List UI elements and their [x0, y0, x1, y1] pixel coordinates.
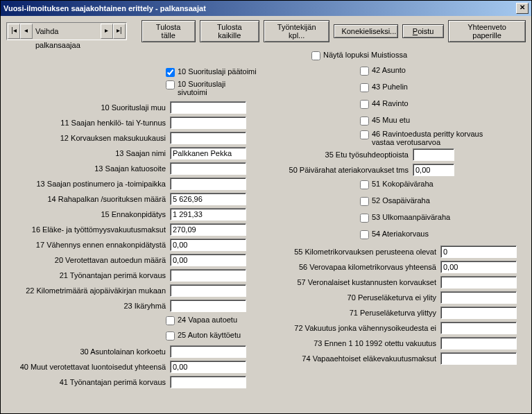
print-this-button[interactable]: Tulosta tälle	[141, 20, 196, 42]
cb-suorituslaji-paatoimi-input[interactable]	[166, 68, 175, 77]
lbl-55: 55 Kilometrikorvauksen perusteena olevat	[270, 248, 440, 256]
input-72[interactable]	[440, 322, 517, 334]
close-button[interactable]: ✕	[516, 3, 529, 14]
lbl-35: 35 Etu työsuhdeoptioista	[270, 150, 413, 159]
lbl-71: 71 Peruseläketurva ylittyy	[270, 309, 440, 317]
lbl-20: 20 Verotettavan autoedun määrä	[6, 256, 170, 264]
input-13-name[interactable]	[170, 147, 246, 159]
input-74[interactable]	[440, 352, 517, 365]
cb-ateriakorvaus[interactable]: 54 Ateriakorvaus	[360, 230, 526, 239]
input-35[interactable]	[413, 148, 454, 161]
lbl-21: 21 Työnantajan perimä korvaus	[6, 271, 170, 279]
lbl-73: 73 Ennen 1 10 1992 otettu vakuutus	[270, 339, 440, 347]
input-14[interactable]	[170, 193, 246, 205]
input-10[interactable]	[170, 101, 246, 114]
input-57[interactable]	[440, 276, 517, 288]
cb-nayta-lopuksi-input[interactable]	[311, 51, 320, 60]
cb-ravintoedusta[interactable]: 46 Ravintoedusta peritty korvaus vastaa …	[360, 130, 526, 146]
lbl-50: 50 Päivärahat ateriakorvaukset tms	[270, 166, 413, 174]
lbl-22: 22 Kilometrimäärä ajopäiväkirjan mukaan	[6, 286, 170, 295]
exit-button[interactable]: Poistu	[402, 24, 444, 38]
input-20[interactable]	[170, 254, 246, 266]
cb-muuetu[interactable]: 45 Muu etu	[360, 116, 526, 126]
cb-ravinto[interactable]: 44 Ravinto	[360, 99, 526, 109]
nav-first-button[interactable]: |◂	[8, 24, 20, 39]
lbl-16: 16 Eläke- ja työttömyysvakuutusmaksut	[6, 225, 170, 234]
input-13-street[interactable]	[170, 162, 246, 175]
input-50[interactable]	[413, 164, 454, 176]
cb-vapaa-autoetu[interactable]: 24 Vapaa autoetu	[166, 316, 263, 325]
lbl-70: 70 Peruseläketurva ei ylity	[270, 293, 440, 302]
cb-vapaa-autoetu-input[interactable]	[166, 316, 175, 325]
lbl-74: 74 Vapaaehtoiset eläkevakuutusmaksut	[270, 354, 440, 363]
nav-next-button[interactable]: ▸	[101, 24, 113, 39]
lbl-56: 56 Verovapaa kilometrikorvaus yhteensä	[270, 263, 440, 271]
print-all-button[interactable]: Tulosta kaikille	[200, 20, 259, 42]
cb-suorituslaji-sivutoimi-input[interactable]	[166, 80, 175, 89]
cb-auton-kayttoetu-input[interactable]	[166, 331, 175, 340]
lbl-72: 72 Vakuutus jonka vähennysoikeudesta ei	[270, 324, 440, 332]
machine-readable-button[interactable]: Konekieliseksi...	[334, 24, 398, 38]
input-40[interactable]	[170, 361, 246, 373]
lbl-17: 17 Vähennys ennen ennakonpidätystä	[6, 241, 170, 249]
lbl-10: 10 Suorituslaji muu	[6, 103, 170, 112]
cb-osapaivaraha[interactable]: 52 Osapäiväraha	[360, 196, 526, 206]
lbl-13p: 13 Saajan postinumero ja -toimipaikka	[6, 180, 170, 188]
lbl-12: 12 Korvauksen maksukuukausi	[6, 134, 170, 142]
lbl-41: 41 Työnantajan perimä korvaus	[6, 378, 170, 386]
cb-auton-kayttoetu[interactable]: 25 Auton käyttöetu	[166, 331, 263, 340]
input-15[interactable]	[170, 208, 246, 221]
input-17[interactable]	[170, 239, 246, 251]
input-30[interactable]	[170, 345, 246, 358]
cb-suorituslaji-sivutoimi[interactable]: 10 Suorituslaji sivutoimi	[166, 80, 263, 96]
cb-ulkomaanpaivaraha[interactable]: 53 Ulkomaanpäiväraha	[360, 213, 526, 223]
lbl-15: 15 Ennakonpidätys	[6, 210, 170, 218]
lbl-40: 40 Muut verotettavat luontoisedut yhteen…	[6, 363, 170, 371]
cb-asunto[interactable]: 42 Asunto	[360, 66, 526, 76]
input-71[interactable]	[440, 307, 517, 319]
nav-prev-button[interactable]: ◂	[20, 24, 33, 39]
input-73[interactable]	[440, 337, 517, 350]
input-12[interactable]	[170, 132, 246, 144]
cb-puhelin[interactable]: 43 Puhelin	[360, 83, 526, 92]
input-21[interactable]	[170, 269, 246, 282]
lbl-14: 14 Rahapalkan /suorituksen määrä	[6, 195, 170, 203]
record-navigator: |◂ ◂ Vaihda palkansaajaa ▸ ▸|	[6, 22, 127, 40]
worker-count-button[interactable]: Työntekijän kpl...	[264, 20, 329, 42]
input-16[interactable]	[170, 223, 246, 236]
input-56[interactable]	[440, 261, 517, 273]
cb-kokopaivaraha[interactable]: 51 Kokopäiväraha	[360, 180, 526, 189]
cb-nayta-lopuksi[interactable]: Näytä lopuksi Muistiossa	[311, 51, 526, 60]
input-23[interactable]	[170, 300, 246, 312]
lbl-13: 13 Saajan nimi	[6, 149, 170, 157]
summary-paper-button[interactable]: Yhteenveto paperille	[448, 20, 526, 42]
nav-label: Vaihda palkansaajaa	[33, 24, 101, 38]
input-22[interactable]	[170, 284, 246, 297]
input-11[interactable]	[170, 117, 246, 129]
lbl-11: 11 Saajan henkilö- tai Y-tunnus	[6, 119, 170, 127]
window-title: Vuosi-ilmoituksen saajakohtainen erittel…	[3, 4, 206, 12]
input-13-postal[interactable]	[170, 178, 246, 190]
input-70[interactable]	[440, 291, 517, 304]
lbl-57: 57 Veronalaiset kustannusten korvaukset	[270, 278, 440, 286]
lbl-13k: 13 Saajan katuosoite	[6, 164, 170, 173]
cb-suorituslaji-paatoimi[interactable]: 10 Suorituslaji päätoimi	[166, 67, 263, 77]
nav-last-button[interactable]: ▸|	[113, 24, 126, 39]
input-41[interactable]	[170, 376, 246, 388]
lbl-30: 30 Asuntolainan korkoetu	[6, 347, 170, 356]
input-55[interactable]	[440, 245, 517, 258]
lbl-23: 23 Ikäryhmä	[6, 302, 170, 310]
